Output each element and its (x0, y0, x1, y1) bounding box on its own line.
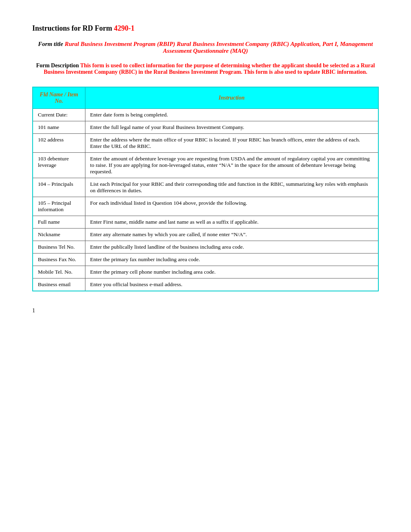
field-name: Business Fax No. (33, 254, 85, 266)
instruction-text: For each individual listed in Question 1… (85, 197, 378, 216)
field-name: 104 – Principals (33, 178, 85, 197)
field-name: Full name (33, 216, 85, 229)
field-name: 103 debenture leverage (33, 153, 85, 178)
title-prefix: Instructions for RD Form (32, 24, 114, 32)
field-name: 101 name (33, 121, 85, 134)
table-row: 105 – Principal informationFor each indi… (33, 197, 378, 216)
form-desc-value: This form is used to collect information… (44, 62, 375, 75)
instruction-text: Enter the address where the main office … (85, 134, 378, 153)
table-row: Current Date:Enter date form is being co… (33, 109, 378, 121)
field-name: 105 – Principal information (33, 197, 85, 216)
instructions-table: Fld Name / Item No. Instruction Current … (32, 87, 379, 291)
table-row: 103 debenture leverageEnter the amount o… (33, 153, 378, 178)
table-header-row: Fld Name / Item No. Instruction (33, 87, 378, 109)
field-name: Business Tel No. (33, 241, 85, 254)
table-row: Business Tel No.Enter the publically lis… (33, 241, 378, 254)
instruction-text: Enter the amount of debenture leverage y… (85, 153, 378, 178)
instruction-text: Enter date form is being completed. (85, 109, 378, 121)
field-name: Current Date: (33, 109, 85, 121)
instruction-text: Enter any alternate names by which you a… (85, 229, 378, 241)
instruction-text: Enter the full legal name of your Rural … (85, 121, 378, 134)
table-row: 102 addressEnter the address where the m… (33, 134, 378, 153)
instruction-text: Enter the publically listed landline of … (85, 241, 378, 254)
instruction-text: Enter the primary fax number including a… (85, 254, 378, 266)
form-title-block: Form title Rural Business Investment Pro… (32, 41, 379, 54)
instruction-text: Enter the primary cell phone number incl… (85, 266, 378, 278)
table-row: Full nameEnter First name, middle name a… (33, 216, 378, 229)
table-row: Business emailEnter you official busines… (33, 278, 378, 291)
form-title-label: Form title (38, 41, 65, 47)
form-description-block: Form Description This form is used to co… (32, 62, 379, 75)
table-row: NicknameEnter any alternate names by whi… (33, 229, 378, 241)
form-desc-label: Form Description (36, 62, 80, 69)
page-number: 1 (32, 308, 379, 314)
page-title: Instructions for RD Form 4290-1 (32, 24, 379, 33)
form-number: 4290-1 (114, 24, 135, 32)
col1-header: Fld Name / Item No. (33, 87, 85, 109)
table-row: 104 – PrincipalsList each Principal for … (33, 178, 378, 197)
field-name: Mobile Tel. No. (33, 266, 85, 278)
col2-header: Instruction (85, 87, 378, 109)
instruction-text: Enter you official business e-mail addre… (85, 278, 378, 291)
field-name: Nickname (33, 229, 85, 241)
table-row: Mobile Tel. No.Enter the primary cell ph… (33, 266, 378, 278)
table-row: Business Fax No.Enter the primary fax nu… (33, 254, 378, 266)
form-title-value: Rural Business Investment Program (RBIP)… (64, 41, 373, 54)
field-name: 102 address (33, 134, 85, 153)
table-row: 101 nameEnter the full legal name of you… (33, 121, 378, 134)
instruction-text: Enter First name, middle name and last n… (85, 216, 378, 229)
field-name: Business email (33, 278, 85, 291)
instruction-text: List each Principal for your RBIC and th… (85, 178, 378, 197)
